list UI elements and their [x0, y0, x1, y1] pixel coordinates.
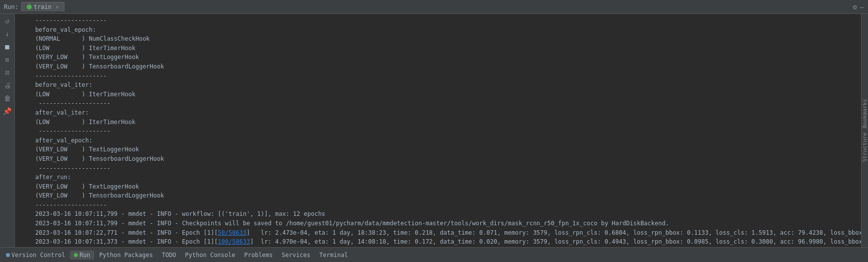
top-bar: Run: train × ⚙ — [0, 0, 868, 14]
epoch-50-link[interactable]: 50/58633 [218, 229, 246, 236]
console-line: -------------------- [15, 16, 861, 25]
pin-icon[interactable]: 📌 [2, 106, 12, 116]
left-sidebar: ↺ ↓ ■ ≡ ⊡ 🖨 🗑 📌 [0, 14, 15, 247]
tab-problems-label: Problems [244, 252, 273, 259]
stop-icon[interactable]: ■ [2, 42, 12, 52]
tab-python-console-label: Python Console [185, 252, 235, 259]
console-line: after_val_iter: [15, 108, 861, 118]
structure-label: Structure [861, 131, 868, 164]
tab-terminal-label: Terminal [319, 252, 348, 259]
console-line: (VERY_LOW ) TensorboardLoggerHook [15, 191, 861, 200]
console-line: (LOW ) IterTimerHook [15, 90, 861, 99]
console-line: (VERY_LOW ) TensorboardLoggerHook [15, 62, 861, 71]
wrap-icon[interactable]: ⊡ [2, 67, 12, 77]
console-line: (VERY_LOW ) TextLoggerHook [15, 53, 861, 62]
run-tab-name: train [34, 3, 52, 10]
console-line: -------------------- [15, 127, 861, 136]
tab-version-control-label: Version Control [11, 252, 65, 259]
tab-python-packages-label: Python Packages [99, 252, 153, 259]
bottom-bar: Version Control Run Python Packages TODO… [0, 247, 868, 262]
tab-python-packages[interactable]: Python Packages [95, 251, 157, 260]
console-line: after_val_epoch: [15, 136, 861, 145]
scroll-down-icon[interactable]: ↓ [2, 29, 12, 39]
console-line: before_val_epoch: [15, 25, 861, 35]
console-line: -------------------- [15, 200, 861, 210]
console-line: (LOW ) IterTimerHook [15, 44, 861, 53]
tab-todo-label: TODO [162, 252, 176, 259]
output-icon[interactable]: ≡ [2, 55, 12, 65]
console-line: before_val_iter: [15, 80, 861, 90]
console-line-epoch-100: 2023-03-16 10:07:31,373 - mmdet - INFO -… [15, 237, 861, 247]
clear-icon[interactable]: 🗑 [2, 93, 12, 103]
console-line: (LOW ) IterTimerHook [15, 118, 861, 127]
console-line-workflow: 2023-03-16 10:07:11,799 - mmdet - INFO -… [15, 209, 861, 219]
tab-version-control[interactable]: Version Control [2, 251, 69, 260]
tab-python-console[interactable]: Python Console [181, 251, 239, 260]
run-label: Run: [4, 3, 18, 10]
tab-services-label: Services [282, 252, 310, 259]
run-tab[interactable]: train × [21, 2, 64, 11]
console-line: after_run: [15, 173, 861, 182]
console-line-epoch-50: 2023-03-16 10:07:22,771 - mmdet - INFO -… [15, 228, 861, 238]
settings-icon[interactable]: ⚙ [853, 3, 857, 11]
bookmarks-label: Bookmarks [861, 97, 868, 131]
console-line: (NORMAL ) NumClassCheckHook [15, 34, 861, 44]
main-layout: ↺ ↓ ■ ≡ ⊡ 🖨 🗑 📌 -------------------- bef… [0, 14, 868, 247]
tab-run[interactable]: Run [70, 251, 94, 260]
vertical-labels: Bookmarks Structure [861, 14, 868, 247]
print-icon[interactable]: 🖨 [2, 80, 12, 90]
console-line: (VERY_LOW ) TextLoggerHook [15, 145, 861, 154]
tab-terminal[interactable]: Terminal [315, 251, 352, 260]
epoch-100-link[interactable]: 100/58633 [218, 238, 250, 245]
console-line: (VERY_LOW ) TensorboardLoggerHook [15, 154, 861, 164]
console-line: -------------------- [15, 99, 861, 108]
console-line: (VERY_LOW ) TextLoggerHook [15, 182, 861, 192]
console-line: -------------------- [15, 164, 861, 173]
version-control-icon [6, 253, 10, 257]
restart-icon[interactable]: ↺ [2, 16, 12, 26]
console-output: -------------------- before_val_epoch: (… [15, 14, 861, 247]
run-status-icon [27, 4, 32, 9]
minimize-icon[interactable]: — [860, 3, 864, 11]
close-tab-button[interactable]: × [56, 4, 59, 10]
tab-services[interactable]: Services [278, 251, 314, 260]
tab-todo[interactable]: TODO [158, 251, 180, 260]
run-status-dot [74, 253, 78, 257]
tab-problems[interactable]: Problems [240, 251, 277, 260]
console-line: -------------------- [15, 71, 861, 81]
console-line-checkpoints: 2023-03-16 10:07:11,799 - mmdet - INFO -… [15, 219, 861, 228]
tab-run-label: Run [79, 252, 90, 259]
